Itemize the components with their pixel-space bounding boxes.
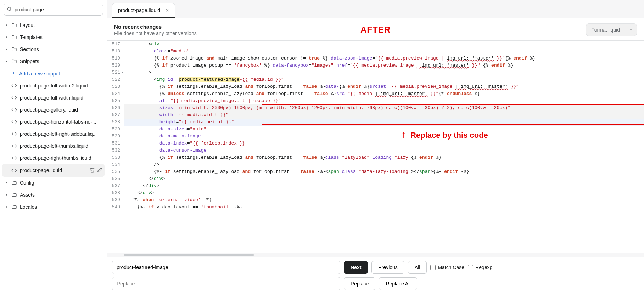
- code-line[interactable]: 531 data-index="{{ forloop.index }}": [107, 140, 644, 147]
- annotation-after: AFTER: [360, 25, 391, 35]
- replace-button[interactable]: Replace: [344, 277, 375, 290]
- folder-config[interactable]: Config: [2, 177, 105, 189]
- chevron-right-icon: [4, 23, 9, 27]
- previous-button[interactable]: Previous: [371, 261, 404, 274]
- chevron-right-icon: [4, 205, 9, 209]
- code-line[interactable]: 528 height="{{ media.height }}": [107, 119, 644, 126]
- code-icon: [11, 83, 17, 89]
- tab-product-page[interactable]: product-page.liquid ✕: [112, 3, 175, 18]
- chevron-right-icon: [4, 35, 9, 39]
- code-line[interactable]: 529 data-sizes="auto": [107, 126, 644, 133]
- info-bar: No recent changes File does not have any…: [107, 18, 644, 41]
- code-line[interactable]: 525 alt="{{ media.preview_image.alt | es…: [107, 97, 644, 104]
- code-line[interactable]: 522 <img id="product-featured-image-{{ m…: [107, 76, 644, 83]
- line-number: 524: [107, 90, 124, 97]
- find-replace-panel: Next Previous All Match Case Regexp Repl…: [107, 257, 644, 294]
- line-number: 517: [107, 41, 124, 48]
- line-number: 529: [107, 126, 124, 133]
- file-item[interactable]: product-page.liquid: [2, 164, 105, 177]
- code-line[interactable]: 527 width="{{ media.width }}": [107, 112, 644, 119]
- file-item[interactable]: product-page-left-thumbs.liquid: [2, 140, 105, 152]
- file-label: product-page-left-right-sidebar.liq...: [20, 131, 102, 137]
- replace-all-button[interactable]: Replace All: [379, 277, 417, 290]
- line-number: 537: [107, 182, 124, 190]
- trash-icon[interactable]: [90, 167, 95, 174]
- folder-icon: [11, 34, 17, 40]
- file-item[interactable]: product-page-left-right-sidebar.liq...: [2, 128, 105, 140]
- folder-templates[interactable]: Templates: [2, 31, 105, 43]
- all-button[interactable]: All: [408, 261, 427, 274]
- horizontal-scrollbar[interactable]: [107, 253, 644, 257]
- folder-snippets[interactable]: Snippets: [2, 55, 105, 67]
- code-line[interactable]: 535 {%- if settings.enable_lazyload and …: [107, 168, 644, 175]
- code-line[interactable]: 539 {%- when 'external_video' -%}: [107, 197, 644, 204]
- code-line[interactable]: 533 {% if settings.enable_lazyload and f…: [107, 154, 644, 161]
- file-item[interactable]: product-page-full-width-2.liquid: [2, 80, 105, 92]
- folder-icon: [11, 46, 17, 52]
- file-label: product-page-full-width-2.liquid: [20, 83, 102, 89]
- versions-subtitle: File does not have any other versions: [114, 30, 197, 36]
- folder-icon: [11, 204, 17, 210]
- scrollbar-thumb[interactable]: [124, 254, 254, 256]
- folder-label: Templates: [20, 34, 43, 40]
- code-line[interactable]: 521▾ >: [107, 69, 644, 76]
- code-line[interactable]: 537 </div>: [107, 182, 644, 190]
- file-item[interactable]: product-page-full-width.liquid: [2, 92, 105, 104]
- file-item[interactable]: product-page-gallery.liquid: [2, 104, 105, 116]
- code-line[interactable]: 526 sizes="(min-width: 2000px) 1500px, (…: [107, 104, 644, 112]
- code-line[interactable]: 540 {%- if video_layout == 'thumbnail' -…: [107, 204, 644, 211]
- code-line[interactable]: 517 <div: [107, 41, 644, 48]
- folder-icon: [11, 192, 17, 198]
- file-label: product-page.liquid: [20, 168, 87, 173]
- find-input[interactable]: [112, 261, 340, 274]
- arrow-up-icon: ↑: [401, 130, 406, 140]
- chevron-down-icon[interactable]: [625, 24, 637, 36]
- file-item[interactable]: product-page-horizontal-tabs-no-...: [2, 116, 105, 128]
- folder-sections[interactable]: Sections: [2, 43, 105, 55]
- plus-icon: [11, 70, 16, 77]
- code-line[interactable]: 523 {% if settings.enable_lazyload and f…: [107, 83, 644, 90]
- code-line[interactable]: 534 />: [107, 161, 644, 168]
- folder-label: Config: [20, 180, 34, 186]
- match-case-checkbox[interactable]: Match Case: [430, 265, 464, 270]
- file-item[interactable]: product-page-right-thumbs.liquid: [2, 152, 105, 164]
- code-line[interactable]: 538 </div>: [107, 190, 644, 197]
- file-label: product-page-right-thumbs.liquid: [20, 155, 102, 161]
- line-number: 527: [107, 112, 124, 119]
- folder-icon: [11, 22, 17, 28]
- line-number: 540: [107, 204, 124, 211]
- code-line[interactable]: 518 class="media": [107, 48, 644, 55]
- code-icon: [11, 119, 17, 125]
- next-button[interactable]: Next: [344, 261, 368, 274]
- folder-locales[interactable]: Locales: [2, 201, 105, 213]
- file-label: product-page-gallery.liquid: [20, 107, 102, 113]
- code-icon: [11, 95, 17, 101]
- code-line[interactable]: 524 {% unless settings.enable_lazyload a…: [107, 90, 644, 97]
- code-line[interactable]: 530 data-main-image: [107, 133, 644, 140]
- code-line[interactable]: 536 </div>: [107, 175, 644, 182]
- add-snippet-button[interactable]: Add a new snippet: [2, 67, 105, 80]
- code-area[interactable]: ↑ Replace by this code 517 <div518 class…: [107, 41, 644, 253]
- code-line[interactable]: 519 {% if zoomed_image and main_image_sh…: [107, 55, 644, 62]
- folder-layout[interactable]: Layout: [2, 19, 105, 31]
- line-number: 522: [107, 76, 124, 83]
- file-search-input[interactable]: [4, 4, 103, 16]
- main-panel: product-page.liquid ✕ No recent changes …: [107, 0, 644, 294]
- line-number: 534: [107, 161, 124, 168]
- versions-title: No recent changes: [114, 24, 197, 30]
- close-icon[interactable]: ✕: [165, 8, 169, 13]
- folder-assets[interactable]: Assets: [2, 189, 105, 201]
- replace-input[interactable]: [112, 277, 340, 290]
- line-number: 528: [107, 119, 124, 126]
- code-line[interactable]: 532 data-cursor-image: [107, 147, 644, 154]
- code-line[interactable]: 520 {% if product_image_popup == 'fancyb…: [107, 62, 644, 69]
- search-icon: [7, 6, 12, 13]
- pencil-icon[interactable]: [97, 167, 102, 174]
- format-liquid-button[interactable]: Format liquid: [586, 23, 637, 36]
- line-number: 518: [107, 48, 124, 55]
- folder-icon: [11, 180, 17, 186]
- code-icon: [11, 155, 17, 161]
- svg-line-1: [10, 10, 11, 11]
- regexp-checkbox[interactable]: Regexp: [468, 265, 492, 270]
- folder-label: Layout: [20, 22, 35, 28]
